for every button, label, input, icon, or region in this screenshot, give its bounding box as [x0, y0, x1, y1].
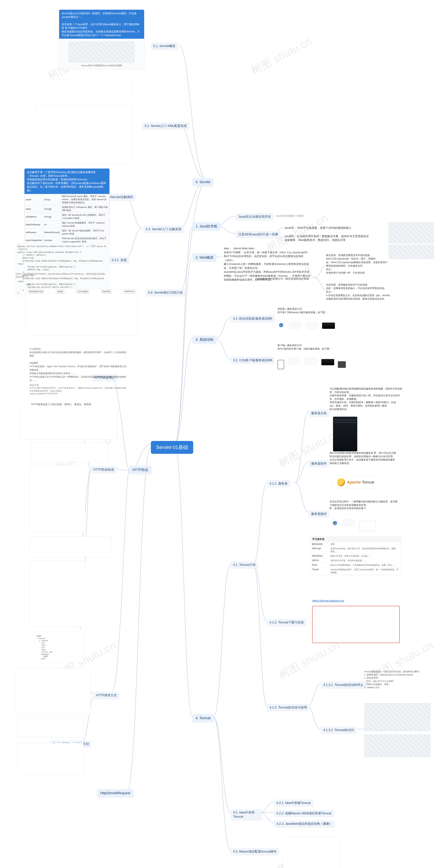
branch-4c[interactable]: 4.1.3. Tomcat的启动与使用 [267, 704, 309, 711]
server-list-table: 常见服务器 服务器名称说明 WebLogic当前Tomcat类似，是甲骨文公司，… [310, 536, 401, 575]
leaf-2-static: 静态资源：使用静态网页技术开发的资源 Html,CSS,JavaScript，纯… [326, 253, 388, 275]
http-request-screenshot-2 [31, 443, 108, 462]
http-response-screenshot-1 [30, 536, 111, 558]
watermark: 树图 shutu.cn [248, 34, 315, 78]
branch-4d2[interactable]: 4.2.2. 创建Maven WEB项目部署Tomcat [274, 810, 334, 817]
http-getpost-screenshot-2 [18, 743, 83, 775]
http-getpost-screenshot-1 [18, 716, 83, 737]
branch-4a[interactable]: 4.1. Tomcat介绍 [231, 561, 258, 568]
uml-sequence-diagram: 请求发起客户端 浏览器 Tomcat容器 Web应用 HttpServlet [26, 288, 137, 335]
branch-4[interactable]: 4. Tomcat [193, 714, 214, 722]
maven-tomcat-plugin-screenshot [283, 837, 340, 868]
card-5a-caption: Maven项目中需要配置servlet规范依赖哦 [62, 64, 142, 67]
branch-4c1[interactable]: 4.1.3.1. Tomcat的启动和停止 [321, 681, 366, 688]
leaf-4a1-sw[interactable]: 服务器软件 [309, 460, 329, 467]
tomcat-screenshot-upper [388, 222, 434, 243]
branch-5c[interactable]: 5.3. Servlet入门-注解实现 [143, 226, 184, 232]
http-method-screenshot [15, 669, 91, 714]
txt-4a1-hw: 可以理解成性能比家用电脑性能优越很多倍的电脑，用来作为专业处理，代码任务处理。 … [330, 387, 404, 411]
txt-3a: 浏览器—服务器的方式。 其中客户为Browser,S端为服务器端，如下图： [277, 307, 338, 314]
http-method[interactable]: HTTP请求方式 [94, 692, 119, 699]
tomcat-url[interactable]: https://tomcat.apache.org/ [312, 599, 344, 603]
leaf-2-text: Web：（World Wide Web） 全称为"万维网"。比其方便，是一种基于… [224, 247, 310, 282]
branch-4b[interactable]: 4.1.2. Tomcat下载与安装 [267, 619, 306, 626]
watermark: 树图 shutu.cn [276, 638, 342, 682]
uml-label: UML [26, 283, 31, 286]
branch-1[interactable]: 1. Java技术栈 [193, 222, 220, 230]
branch-4e[interactable]: 4.3. Maven项目配置tomcat插件 [231, 848, 279, 855]
branch-4d1[interactable]: 4.2.1. Idea中新建Tomcat [274, 799, 313, 806]
idea-sidebar-screenshot: IDEA ▸ Server ▸ Tomcat bin conf lib logs… [35, 632, 83, 663]
branch-hsr[interactable]: HttpServletRequest [97, 789, 133, 797]
leaf-1b1: JavaSE：JAVA平台标准版，是整个JAVA的基础和核心 [284, 226, 364, 230]
leaf-2-dynamic: 动态资源：使用服务器技术产生的资源 包括：是网络浏览器的核心，可以动态改变页面及… [326, 283, 392, 301]
branch-2[interactable]: 2. Web概述 [193, 253, 217, 261]
branch-1a[interactable]: JavaEE企业级应用开发 [236, 213, 273, 220]
leaf-1b2: JavaEE：企业级应用开发的一整套解决方案，提供针对大型系统的企业级服务，We… [284, 235, 371, 242]
txt-4c1: Tomcat服务器是一个独立运行的完成（启动和停止脚本） 1. 使用命令行：st… [364, 670, 430, 689]
card-5a-body: Maven项目中需要配置servlet规范依赖哦 [59, 39, 144, 69]
note-5c2: 5.提示：若初期越到意外中报404，http://localhost:8080/… [15, 273, 106, 278]
branch-1b[interactable]: 注意SE和JavaEE不是一回事 [236, 231, 281, 238]
branch-4a1[interactable]: 4.1.1. 服务器 [267, 480, 290, 487]
cs-diagram [277, 358, 346, 369]
branch-4c2[interactable]: 4.1.3.2. Tomcat的访问 [321, 726, 356, 734]
branch-5b[interactable]: 5.2. Servlet入门-XML配置实现 [142, 122, 189, 129]
leaf-4a1-router[interactable]: 服务器路径 [309, 510, 329, 517]
http-request-screenshot-3 [30, 465, 85, 532]
card-5c1: 这注解用于将一个类声明为Servlet,该注解告诉服务器哪容器（Tomcat）处… [24, 168, 110, 252]
http-request-hd: HTTP请求包含三个组分内容：请求行、请求头、请求体 [31, 403, 97, 406]
branch-5[interactable]: 5. Servlet [193, 178, 213, 186]
http-compose[interactable]: HTTP协议组成 [91, 466, 116, 473]
tomcat-page-screenshot-1 [364, 703, 431, 731]
tomcat-page-screenshot-2 [364, 734, 431, 757]
idea-sidebar-text: IDEA ▸ Server ▸ Tomcat bin conf lib logs… [37, 635, 53, 660]
http-response-screenshot-2 [30, 561, 85, 627]
branch-3a[interactable]: 3.1. B/S(浏览器/服务器)结构 [231, 315, 275, 322]
card-5a: Servlet是sun公司提供的一套规范，名称就叫Servlet规范，它也是Ja… [59, 9, 144, 69]
leaf-2-web: Web服务中的资源分为：静态资源和动态资源 [257, 277, 314, 281]
http-request-screenshot-1 [20, 408, 117, 439]
tomcat-download-screenshot [312, 606, 400, 643]
xml-config-screenshot-1 [35, 80, 132, 101]
txt-3b: 客户端—服务器的方式 其中C端为软件客户端，S端为服务器端，如下图： [277, 344, 338, 350]
server-list-title: 常见服务器 [311, 536, 401, 542]
branch-3b[interactable]: 3.2. C/S(客户端/服务器)结构 [231, 357, 275, 364]
branch-4d[interactable]: 4.2. Idea中使用Tomcat [231, 809, 262, 820]
bs-diagram [277, 321, 335, 330]
branch-5a[interactable]: 5.1. Servlet概述 [151, 42, 178, 50]
tomcat-screenshot-upper-2 [388, 245, 434, 259]
http-intro-text: 什么是协议 协议是指双方或多方之间约定好的规定或者某种规则，规范通信双方遵守，比… [30, 347, 127, 382]
leaf-4a1-hw[interactable]: 服务器主机 [309, 410, 329, 416]
server-image [333, 416, 357, 452]
root-node[interactable]: Servlet-01基础 [151, 441, 193, 454]
branch-5c2[interactable]: 5.3.2. 实现 [109, 256, 129, 264]
note-1a: JavaEE技术栈都是一套规范 [276, 214, 304, 218]
branch-3[interactable]: 3. 系统结构 [193, 336, 216, 344]
xml-config-screenshot-2 [35, 104, 132, 163]
branch-http[interactable]: HTTP协议 [129, 466, 151, 474]
branch-4d3[interactable]: 4.2.3. JavaWeb项目的项目结构（重要） [274, 820, 335, 827]
card-5a-head: Servlet是sun公司提供的一套规范，名称就叫Servlet规范，它也是Ja… [59, 10, 144, 39]
txt-4a1-router: 在后台开发过程中，一般理解为的功能包称之为服务器，是为客户端提供后台业务处理服务… [330, 500, 399, 510]
router-diagram [331, 519, 376, 531]
card-5c1-head: 这注解用于将一个类声明为Servlet,该注解告诉服务器哪容器（Tomcat）处… [25, 168, 109, 194]
http2-text: Http2扩展 HTTP2.0基于谷歌协议SPDY，在这个版本相关中，了解htt… [30, 384, 127, 395]
branch-5d[interactable]: 5.4. Servlet执行过程介绍 [146, 289, 185, 296]
tomcat-logo: Apache Tomcat [333, 476, 378, 489]
txt-4a1-sw: 我们可以将我们的程序部署发布到服务器 即，用户可以至少随时访问我们的的应用，这样… [330, 452, 397, 465]
